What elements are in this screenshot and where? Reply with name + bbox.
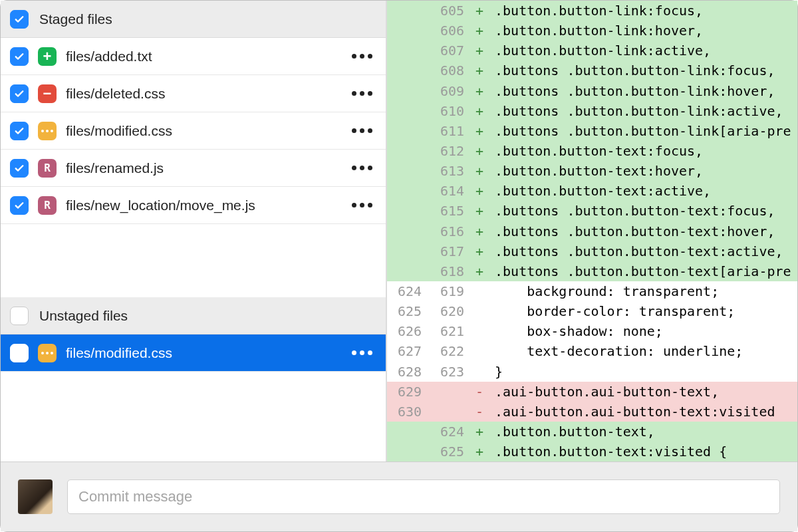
staged-header[interactable]: Staged files — [1, 1, 386, 38]
line-number-old — [387, 243, 430, 259]
file-sidebar: Staged files +files/added.txt−files/dele… — [1, 1, 386, 462]
diff-line[interactable]: 625620 border-color: transparent; — [387, 301, 797, 321]
diff-line[interactable]: 613+ .button.button-text:hover, — [387, 161, 797, 181]
diff-sign: + — [472, 63, 487, 78]
diff-line[interactable]: 608+ .buttons .button.button-link:focus, — [387, 61, 797, 80]
diff-sign: + — [472, 424, 487, 440]
file-row[interactable]: +files/added.txt — [1, 38, 386, 75]
file-row[interactable]: files/modified.css — [1, 112, 386, 150]
line-number-old — [387, 3, 430, 19]
file-more-button[interactable] — [348, 162, 376, 174]
diff-line[interactable]: 610+ .buttons .button.button-link:active… — [387, 101, 797, 121]
file-name: files/modified.css — [66, 123, 342, 139]
line-number-old — [387, 63, 430, 78]
diff-sign: - — [472, 404, 487, 420]
staged-header-checkbox[interactable] — [10, 10, 29, 29]
diff-code: .button.button-text, — [487, 424, 797, 440]
line-number-new: 621 — [430, 323, 472, 339]
diff-line[interactable]: 609+ .buttons .button.button-link:hover, — [387, 81, 797, 101]
diff-line[interactable]: 626621 box-shadow: none; — [387, 321, 797, 341]
commit-bar — [1, 462, 797, 531]
line-number-old — [387, 263, 430, 279]
line-number-old — [387, 163, 430, 179]
line-number-old: 625 — [387, 303, 430, 319]
line-number-old — [387, 123, 430, 139]
diff-line[interactable]: 611+ .buttons .button.button-link[aria-p… — [387, 121, 797, 141]
file-checkbox[interactable] — [10, 47, 29, 66]
line-number-old — [387, 183, 430, 199]
diff-line[interactable]: 606+ .button.button-link:hover, — [387, 21, 797, 41]
diff-line[interactable]: 605+ .button.button-link:focus, — [387, 1, 797, 21]
unstaged-header-checkbox[interactable] — [10, 307, 29, 325]
line-number-old — [387, 424, 430, 440]
file-more-button[interactable] — [348, 346, 376, 359]
file-row[interactable]: −files/deleted.css — [1, 75, 386, 112]
diff-sign: + — [472, 3, 487, 19]
diff-pane[interactable]: 605+ .button.button-link:focus, 606+ .bu… — [386, 1, 797, 462]
status-modified-icon — [38, 122, 57, 140]
diff-line[interactable]: 628623 } — [387, 362, 797, 382]
diff-sign: + — [472, 203, 487, 219]
diff-line[interactable]: 630 - .aui-button.aui-button-text:visite… — [387, 402, 797, 422]
diff-code: .button.button-link:hover, — [487, 23, 797, 39]
staged-header-title: Staged files — [39, 11, 112, 27]
diff-sign — [472, 364, 487, 380]
line-number-new: 611 — [430, 123, 472, 139]
avatar[interactable] — [18, 479, 53, 514]
diff-code: } — [487, 364, 797, 380]
file-checkbox[interactable] — [10, 196, 29, 215]
diff-line[interactable]: 627622 text-decoration: underline; — [387, 341, 797, 361]
line-number-old — [387, 143, 430, 159]
line-number-old — [387, 83, 430, 99]
file-checkbox[interactable] — [10, 122, 29, 140]
status-deleted-icon: − — [38, 84, 57, 103]
file-row[interactable]: files/modified.css — [1, 334, 386, 372]
file-row[interactable]: Rfiles/renamed.js — [1, 150, 386, 187]
line-number-new: 622 — [430, 343, 472, 359]
diff-line[interactable]: 624+ .button.button-text, — [387, 422, 797, 442]
diff-line[interactable]: 625+ .button.button-text:visited { — [387, 442, 797, 462]
diff-line[interactable]: 624619 background: transparent; — [387, 281, 797, 301]
file-more-button[interactable] — [348, 199, 376, 211]
diff-line[interactable]: 618+ .buttons .button.button-text[aria-p… — [387, 261, 797, 281]
diff-line[interactable]: 616+ .buttons .button.button-text:hover, — [387, 221, 797, 241]
file-more-button[interactable] — [348, 50, 376, 63]
diff-sign: + — [472, 43, 487, 59]
line-number-old: 624 — [387, 283, 430, 299]
line-number-old — [387, 23, 430, 39]
line-number-old — [387, 203, 430, 219]
diff-line[interactable]: 617+ .buttons .button.button-text:active… — [387, 241, 797, 261]
diff-sign: + — [472, 263, 487, 279]
line-number-new: 607 — [430, 43, 472, 59]
file-row[interactable]: Rfiles/new_location/move_me.js — [1, 187, 386, 224]
diff-code: background: transparent; — [487, 283, 797, 299]
file-checkbox[interactable] — [10, 159, 29, 178]
unstaged-header[interactable]: Unstaged files — [1, 297, 386, 334]
file-checkbox[interactable] — [10, 344, 29, 362]
status-added-icon: + — [38, 47, 57, 66]
file-checkbox[interactable] — [10, 84, 29, 103]
diff-code: border-color: transparent; — [487, 303, 797, 319]
commit-message-input[interactable] — [67, 479, 780, 514]
line-number-new: 606 — [430, 23, 472, 39]
line-number-new: 614 — [430, 183, 472, 199]
diff-code: text-decoration: underline; — [487, 343, 797, 359]
line-number-new: 624 — [430, 424, 472, 440]
diff-code: .buttons .button.button-text[aria-pre — [487, 263, 797, 279]
line-number-new — [430, 384, 472, 400]
diff-line[interactable]: 629 - .aui-button.aui-button-text, — [387, 382, 797, 402]
diff-code: .button.button-text:visited { — [487, 444, 797, 460]
diff-code: .button.button-text:focus, — [487, 143, 797, 159]
diff-sign: + — [472, 143, 487, 159]
diff-line[interactable]: 615+ .buttons .button.button-text:focus, — [387, 201, 797, 221]
diff-line[interactable]: 607+ .button.button-link:active, — [387, 41, 797, 61]
file-more-button[interactable] — [348, 87, 376, 100]
diff-code: .buttons .button.button-link:focus, — [487, 63, 797, 78]
diff-sign: + — [472, 163, 487, 179]
diff-sign: - — [472, 384, 487, 400]
diff-line[interactable]: 612+ .button.button-text:focus, — [387, 141, 797, 161]
diff-code: .button.button-text:hover, — [487, 163, 797, 179]
diff-line[interactable]: 614+ .button.button-text:active, — [387, 181, 797, 201]
line-number-old: 629 — [387, 384, 430, 400]
file-more-button[interactable] — [348, 124, 376, 137]
